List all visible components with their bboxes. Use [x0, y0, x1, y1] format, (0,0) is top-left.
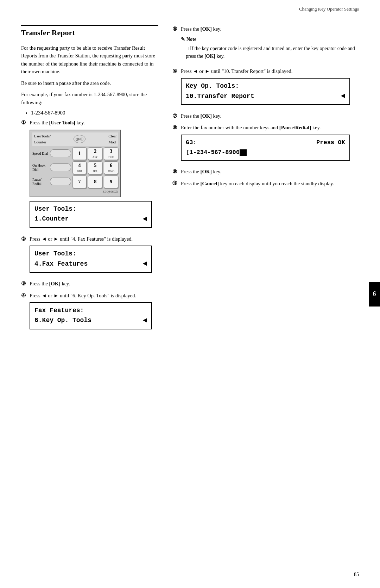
- step-2-text: Press ◄ or ► until "4. Fax Features" is …: [30, 236, 133, 242]
- lcd-3-line2: 6.Key Op. Tools ◄: [34, 315, 147, 326]
- key-9: 9: [104, 175, 118, 188]
- key-3: 3 DEF: [104, 147, 118, 160]
- step-6: ⑥ Press ◄ or ► until "10. Transfer Repor…: [172, 67, 359, 109]
- lcd-2-text2: 4.Fax Features: [34, 259, 88, 269]
- step-8-content: Enter the fax number with the number key…: [181, 124, 359, 164]
- step-5-number: ⑤: [172, 25, 179, 33]
- lcd-1-text2: 1.Counter: [34, 214, 69, 224]
- lcd-5-row1: G3: Press OK: [186, 138, 345, 147]
- step-2-number: ②: [21, 235, 27, 243]
- key-5-sub: JKL: [93, 169, 98, 174]
- speed-dial-key: [50, 149, 71, 157]
- keypad-row-onhook: On Hook Dial 4 GHI 5 JKL 6 MNO: [32, 161, 118, 174]
- key-5-main: 5: [94, 162, 96, 169]
- lcd-screen-1: User Tools: 1.Counter ◄: [30, 201, 152, 228]
- key-5: 5 JKL: [88, 161, 102, 174]
- usertools-label: UserTools/Counter: [34, 133, 51, 145]
- note-label: Note: [186, 36, 196, 43]
- keypad-row-speeddial: Speed Dial 1 2 ABC 3 DEF: [32, 147, 118, 160]
- intro-text-3: For example, if your fax number is 1-234…: [21, 91, 158, 106]
- step-5-text: Press the [OK] key.: [181, 26, 221, 32]
- key-2: 2 ABC: [88, 147, 102, 160]
- step-9-number: ⑨: [172, 168, 179, 176]
- lcd-2-text1: User Tools:: [34, 249, 76, 259]
- lcd-2-arrow: ◄: [143, 259, 147, 269]
- pause-redial-label: Pause/Redial: [32, 178, 49, 186]
- page-content: Transfer Report For the requesting party…: [0, 15, 380, 336]
- lcd-screen-4: Key Op. Tools: 10.Transfer Report ◄: [181, 78, 350, 105]
- lcd-screen-5: G3: Press OK [1-234-567-8900: [181, 135, 350, 161]
- key-1-label: 1: [78, 150, 81, 157]
- step-4-number: ④: [21, 292, 27, 300]
- step-9: ⑨ Press the [OK] key.: [172, 168, 359, 176]
- step-7-number: ⑦: [172, 112, 179, 120]
- key-7-main: 7: [78, 178, 81, 186]
- note-title: ✎ Note: [181, 36, 359, 43]
- lcd-3-arrow: ◄: [143, 315, 147, 326]
- key-1: 1: [72, 147, 87, 160]
- note-box: ✎ Note If the key operator code is regis…: [181, 36, 359, 60]
- lcd-1-arrow: ◄: [143, 214, 147, 224]
- on-hook-key: [50, 163, 71, 171]
- step-7-text: Press the [OK] key.: [181, 113, 221, 119]
- page-header: Changing Key Operator Settings: [0, 0, 380, 15]
- header-title: Changing Key Operator Settings: [299, 6, 359, 12]
- pause-redial-key: [50, 178, 71, 185]
- lcd-4-text2: 10.Transfer Report: [186, 92, 254, 101]
- lcd-5-g3: G3:: [186, 138, 197, 147]
- key-4: 4 GHI: [72, 161, 87, 174]
- step-2-content: Press ◄ or ► until "4. Fax Features" is …: [30, 235, 158, 276]
- lcd-screen-3: Fax Features: 6.Key Op. Tools ◄: [30, 302, 152, 329]
- lcd-1-text1: User Tools:: [34, 204, 76, 214]
- lcd-3-line1: Fax Features:: [34, 306, 147, 315]
- chapter-tab: 6: [369, 282, 380, 307]
- intro-text-2: Be sure to insert a pause after the area…: [21, 79, 158, 87]
- lcd-4-text1: Key Op. Tools:: [186, 81, 239, 91]
- key-6: 6 MNO: [104, 161, 118, 174]
- keypad-row-pause: Pause/Redial 7 8 9: [32, 175, 118, 188]
- lcd-5-row2: [1-234-567-8900: [186, 148, 345, 157]
- key-3-sub: DEF: [108, 155, 114, 160]
- intro-text-1: For the requesting party to be able to r…: [21, 44, 158, 76]
- key-2-sub: ABC: [93, 155, 98, 160]
- step-9-content: Press the [OK] key.: [181, 168, 359, 175]
- bullet-list: 1-234-567-8900: [31, 110, 158, 116]
- step-4-text: Press ◄ or ► until "6. Key Op. Tools" is…: [30, 293, 136, 298]
- lcd-5-pressok: Press OK: [316, 138, 345, 147]
- keypad-image: UserTools/Counter ◎/⊞ ClearMod Speed Dia…: [30, 130, 121, 197]
- bullet-item: 1-234-567-8900: [31, 110, 158, 116]
- step-6-number: ⑥: [172, 67, 179, 75]
- step-4: ④ Press ◄ or ► until "6. Key Op. Tools" …: [21, 292, 158, 333]
- step-5: ⑤ Press the [OK] key. ✎ Note If the key …: [172, 25, 359, 64]
- lcd-4-arrow: ◄: [341, 91, 345, 101]
- clear-mod-label: ClearMod: [108, 133, 117, 145]
- note-pencil-icon: ✎: [181, 36, 185, 43]
- lcd-1-line1: User Tools:: [34, 204, 147, 214]
- left-column: Transfer Report For the requesting party…: [21, 15, 169, 336]
- right-column: ⑤ Press the [OK] key. ✎ Note If the key …: [169, 15, 359, 336]
- lcd-4-line2: 10.Transfer Report ◄: [186, 91, 345, 101]
- lcd-3-text1: Fax Features:: [34, 306, 84, 315]
- lcd-2-line1: User Tools:: [34, 249, 147, 259]
- page-number: 85: [354, 572, 359, 577]
- step-9-text: Press the [OK] key.: [181, 169, 221, 174]
- step-5-content: Press the [OK] key. ✎ Note If the key op…: [181, 25, 359, 64]
- key-2-main: 2: [94, 148, 96, 155]
- keypad-top-bar: UserTools/Counter ◎/⊞ ClearMod: [32, 132, 118, 146]
- step-6-content: Press ◄ or ► until "10. Transfer Report"…: [181, 67, 359, 109]
- step-7-content: Press the [OK] key.: [181, 112, 359, 120]
- step-3-text: Press the [OK] key.: [30, 281, 70, 286]
- note-text: If the key operator code is registered a…: [181, 45, 359, 60]
- lcd-screen-2: User Tools: 4.Fax Features ◄: [30, 246, 152, 273]
- step-1: ① Press the [User Tools] key. UserTools/…: [21, 119, 158, 231]
- step-1-text: Press the [User Tools] key.: [30, 120, 85, 125]
- step-1-number: ①: [21, 119, 27, 127]
- note-paragraph: If the key operator code is registered a…: [186, 45, 359, 60]
- step-10-content: Press the [Cancel] key on each display u…: [181, 180, 359, 187]
- step-7: ⑦ Press the [OK] key.: [172, 112, 359, 120]
- key-8: 8: [88, 175, 102, 188]
- step-8-number: ⑧: [172, 124, 179, 132]
- dial-icon: ◎/⊞: [74, 135, 86, 143]
- key-6-sub: MNO: [108, 169, 114, 174]
- zeqs-label: ZEQS06GN: [32, 190, 118, 194]
